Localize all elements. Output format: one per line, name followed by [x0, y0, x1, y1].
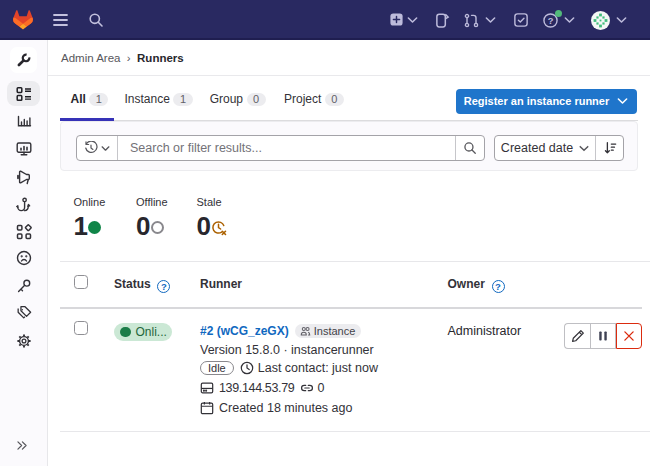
svg-text:?: ?: [548, 16, 554, 26]
